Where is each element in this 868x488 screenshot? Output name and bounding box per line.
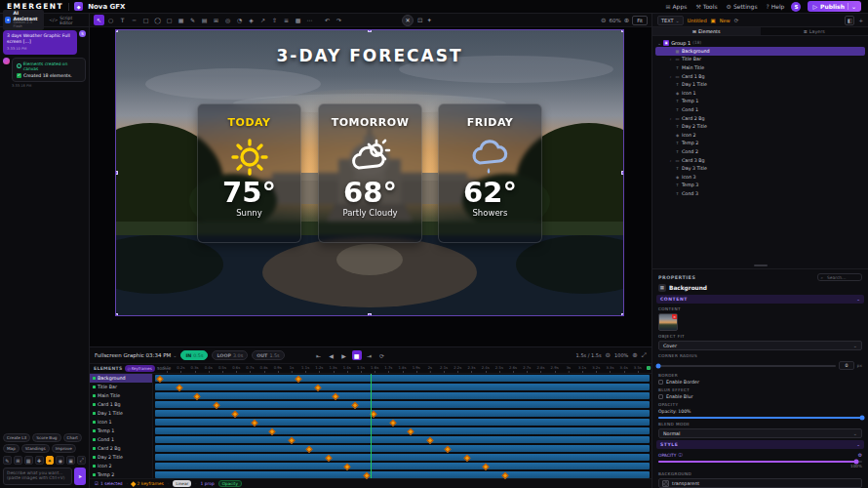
track-name[interactable]: Background bbox=[90, 374, 152, 383]
checkbox-icon[interactable] bbox=[658, 394, 663, 399]
untitled-link[interactable]: Untitled bbox=[688, 18, 707, 23]
ellipse-tool[interactable]: ◯ bbox=[152, 15, 163, 25]
selection-handle[interactable] bbox=[116, 30, 118, 32]
layer-row[interactable]: ◈ Icon 2 bbox=[652, 131, 868, 140]
layer-row[interactable]: T Day 1 Title bbox=[652, 80, 868, 89]
track-bar[interactable] bbox=[155, 384, 650, 390]
in-duration-button[interactable]: IN 0.5s bbox=[180, 350, 208, 360]
layer-row[interactable]: T Temp 3 bbox=[652, 182, 868, 190]
forecast-card-today[interactable]: TODAY bbox=[197, 103, 301, 243]
layer-row[interactable]: T Cond 3 bbox=[652, 189, 868, 198]
selection-handle[interactable] bbox=[621, 30, 623, 32]
content-section-header[interactable]: CONTENT ⌄ bbox=[656, 295, 864, 304]
track-lane[interactable] bbox=[153, 470, 651, 479]
track-lane[interactable] bbox=[153, 400, 651, 409]
selection-handle[interactable] bbox=[116, 313, 118, 315]
object-fit-select[interactable]: Cover ⌄ bbox=[658, 341, 862, 350]
expand-icon[interactable]: ⤢ bbox=[642, 351, 647, 359]
enable-blur-checkbox[interactable]: Enable Blur bbox=[658, 394, 862, 399]
topbar-menu-item[interactable]: ⊞ Apps bbox=[665, 3, 687, 10]
opacity-slider[interactable] bbox=[658, 417, 862, 419]
selection-handle[interactable] bbox=[621, 313, 623, 315]
avatar[interactable]: S bbox=[791, 2, 801, 12]
style-opacity-slider[interactable] bbox=[658, 461, 862, 463]
easing-selector[interactable]: Linear bbox=[173, 480, 191, 487]
track-name[interactable]: Day 1 Title bbox=[90, 409, 152, 418]
background-color-row[interactable]: transparent bbox=[658, 478, 862, 488]
layer-group-row[interactable]: ⌄ ▣ Group 1 (18) bbox=[652, 38, 868, 47]
chart-tool[interactable]: ▤ bbox=[199, 15, 210, 25]
arrow-tool[interactable]: ↗ bbox=[257, 15, 268, 25]
expand-icon[interactable]: › bbox=[668, 158, 673, 163]
quick-action-chip[interactable]: Standings bbox=[21, 444, 50, 453]
quick-action-chip[interactable]: Chart bbox=[63, 433, 83, 442]
playhead[interactable] bbox=[371, 374, 372, 478]
track-lane[interactable] bbox=[153, 453, 651, 462]
track-bar[interactable] bbox=[155, 401, 650, 408]
panel-drag-handle[interactable] bbox=[754, 264, 768, 266]
track-name[interactable]: Day 2 Title bbox=[90, 453, 152, 462]
design-canvas[interactable]: 3-DAY FORECAST TODAY bbox=[116, 30, 623, 315]
pen-tool[interactable]: ✎ bbox=[187, 15, 198, 25]
layer-row[interactable]: ▦ Background bbox=[655, 47, 865, 56]
style-section-header[interactable]: STYLE ⌄ bbox=[656, 440, 864, 449]
track-name[interactable]: Temp 1 bbox=[90, 427, 152, 435]
step-back-icon[interactable]: ◀ bbox=[327, 350, 336, 360]
expand-icon[interactable]: › bbox=[668, 74, 673, 79]
target-tool[interactable]: ◎ bbox=[222, 15, 233, 25]
track-lane[interactable] bbox=[153, 391, 651, 400]
track-bar[interactable] bbox=[155, 436, 650, 443]
expand-icon[interactable]: › bbox=[668, 116, 673, 121]
track-name[interactable]: Card 1 Bg bbox=[90, 400, 152, 409]
layer-row[interactable]: ◈ Icon 3 bbox=[652, 173, 868, 182]
layer-row[interactable]: › ▭ Title Bar bbox=[652, 56, 868, 64]
properties-search-input[interactable] bbox=[825, 274, 858, 281]
table-tool[interactable]: ⊞ bbox=[211, 15, 221, 25]
line-tool[interactable]: ─ bbox=[129, 15, 139, 25]
rounded-rect-tool[interactable]: ▢ bbox=[164, 15, 175, 25]
out-duration-button[interactable]: OUT 1.5s bbox=[252, 350, 284, 360]
prop-name-badge[interactable]: Opacity bbox=[218, 480, 242, 487]
layer-row[interactable]: T Cond 1 bbox=[652, 105, 868, 114]
magic-icon[interactable]: ✦ bbox=[46, 456, 55, 465]
topbar-menu-item[interactable]: ⚒ Tools bbox=[695, 3, 717, 10]
layer-row[interactable]: › ▭ Card 2 Bg bbox=[652, 114, 868, 123]
layer-row[interactable]: › ▭ Card 3 Bg bbox=[652, 156, 868, 165]
selection-handle[interactable] bbox=[368, 313, 372, 315]
chat-input[interactable] bbox=[3, 468, 72, 485]
sparkle-icon[interactable]: ✦ bbox=[426, 17, 431, 24]
align-tool[interactable]: ≡ bbox=[281, 15, 292, 25]
layer-row[interactable]: T Main Title bbox=[652, 63, 868, 72]
timeline-zoom-in-icon[interactable]: ⊕ bbox=[632, 351, 637, 359]
track-name[interactable]: Title Bar bbox=[90, 383, 152, 391]
topbar-menu-item[interactable]: ? Help bbox=[767, 3, 785, 10]
track-bar[interactable] bbox=[155, 375, 650, 382]
track-bar[interactable] bbox=[155, 463, 650, 469]
track-name[interactable]: Card 2 Bg bbox=[90, 444, 152, 453]
tab-elements[interactable]: ⊞ Elements bbox=[652, 27, 761, 35]
layer-row[interactable]: T Day 2 Title bbox=[652, 122, 868, 131]
track-bar[interactable] bbox=[155, 410, 650, 417]
layer-row[interactable]: ◈ Icon 1 bbox=[652, 89, 868, 98]
skip-start-icon[interactable]: ⇤ bbox=[314, 350, 324, 360]
track-lane[interactable] bbox=[153, 374, 651, 383]
blend-mode-select[interactable]: Normal ⌄ bbox=[658, 428, 862, 438]
topbar-menu-item[interactable]: ⚙ Settings bbox=[727, 3, 758, 10]
quick-action-chip[interactable]: Map bbox=[3, 444, 20, 453]
image-tool[interactable]: ▦ bbox=[176, 15, 186, 25]
track-bar[interactable] bbox=[155, 454, 650, 461]
forecast-card-friday[interactable]: FRIDAY 62° Showers bbox=[438, 103, 542, 243]
timeline-ruler[interactable]: 0.1s0.2s0.3s0.4s0.5s0.6s0.7s0.8s0.9s1s1.… bbox=[153, 364, 651, 373]
rect-tool[interactable]: □ bbox=[140, 15, 151, 25]
frame-tool[interactable]: ○ bbox=[105, 15, 116, 25]
track-bar[interactable] bbox=[155, 445, 650, 452]
pen-icon[interactable]: ✎ bbox=[3, 456, 12, 465]
refresh-icon[interactable]: ⟳ bbox=[734, 18, 739, 23]
remove-icon[interactable]: ✕ bbox=[672, 314, 677, 319]
image-icon[interactable]: ▦ bbox=[24, 456, 33, 465]
track-bar[interactable] bbox=[155, 427, 650, 434]
panel-layout-icon[interactable]: ◧ bbox=[845, 16, 854, 25]
layer-row[interactable]: › ▭ Card 1 Bg bbox=[652, 72, 868, 81]
loop-duration-button[interactable]: LOOP 3.0s bbox=[212, 350, 248, 360]
template-icon[interactable]: ⊞ bbox=[14, 456, 22, 465]
